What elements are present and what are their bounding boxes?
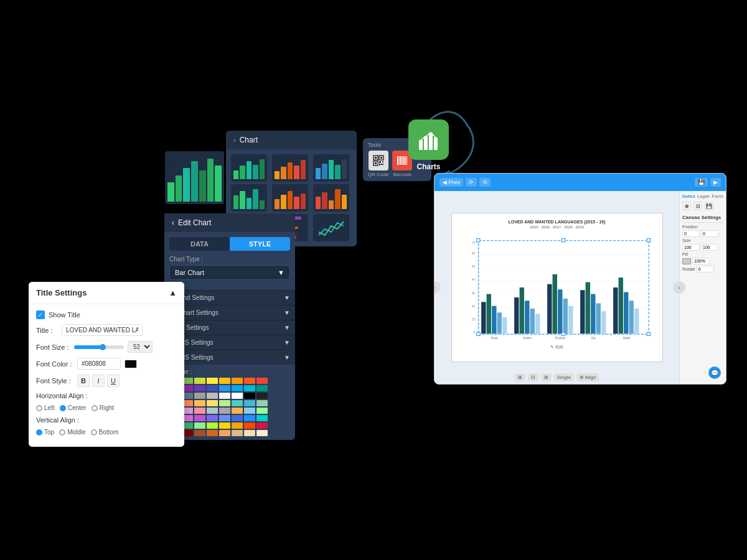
theme-swatch[interactable]: [207, 422, 218, 429]
chart-canvas[interactable]: LOVED AND WANTED LANGUAGES (2015 - 19) 2…: [451, 213, 663, 362]
chart-thumb-2[interactable]: [272, 154, 308, 182]
font-color-input[interactable]: [77, 358, 121, 370]
theme-swatch[interactable]: [207, 378, 218, 384]
tab-index[interactable]: Index: [682, 194, 695, 199]
chart-thumb-1[interactable]: [231, 154, 267, 182]
redo-btn[interactable]: ⟲: [479, 178, 491, 187]
edit-chart-back[interactable]: ‹: [172, 218, 174, 227]
chart-thumb-9[interactable]: [313, 214, 349, 241]
theme-swatch[interactable]: [244, 385, 255, 391]
theme-swatch[interactable]: [207, 408, 218, 414]
theme-swatch[interactable]: [219, 385, 230, 391]
charts-icon-box[interactable]: [408, 119, 449, 160]
fill-opacity[interactable]: [692, 258, 710, 264]
theme-swatch[interactable]: [256, 408, 268, 414]
save-btn[interactable]: 💾: [695, 178, 708, 187]
theme-swatch[interactable]: [219, 400, 230, 406]
theme-swatch[interactable]: [207, 385, 218, 391]
theme-swatch[interactable]: [194, 400, 205, 406]
valign-top-radio[interactable]: [36, 429, 42, 436]
theme-swatch[interactable]: [244, 400, 255, 406]
fit-btn[interactable]: ⊞: [541, 373, 552, 381]
align-right-radio[interactable]: [92, 405, 98, 411]
theme-swatch[interactable]: [207, 430, 218, 436]
chart-thumb-6[interactable]: [313, 184, 349, 212]
font-color-swatch[interactable]: [125, 360, 137, 368]
bold-button[interactable]: B: [77, 375, 90, 387]
theme-swatch[interactable]: [256, 400, 268, 406]
rotate-input[interactable]: [697, 266, 714, 273]
align-center-radio[interactable]: [60, 405, 66, 411]
preview-btn[interactable]: ▶: [710, 178, 721, 187]
theme-swatch[interactable]: [232, 400, 243, 406]
underline-button[interactable]: U: [107, 375, 120, 387]
theme-swatch[interactable]: [244, 422, 255, 429]
theme-swatch[interactable]: [194, 385, 205, 391]
align-left-option[interactable]: Left: [36, 404, 55, 411]
theme-swatch[interactable]: [232, 422, 243, 429]
theme-swatch[interactable]: [219, 408, 230, 414]
title-input[interactable]: [62, 324, 143, 336]
theme-swatch[interactable]: [232, 393, 243, 399]
theme-swatch[interactable]: [194, 422, 205, 429]
theme-swatch[interactable]: [256, 415, 268, 421]
pos-y[interactable]: [701, 230, 718, 237]
charts-icon-container[interactable]: Charts: [408, 119, 449, 171]
size-w[interactable]: [682, 244, 700, 251]
show-title-checkbox[interactable]: ✓: [36, 310, 45, 319]
chart-thumb-3[interactable]: [313, 154, 349, 182]
qr-tool[interactable]: QR Code: [368, 151, 388, 177]
theme-swatch[interactable]: [207, 393, 218, 399]
theme-swatch[interactable]: [256, 422, 268, 429]
valign-bottom-radio[interactable]: [91, 429, 97, 436]
theme-swatch[interactable]: [219, 415, 230, 421]
crop-btn[interactable]: ⊡: [528, 373, 538, 381]
size-h[interactable]: [701, 244, 718, 251]
theme-swatch[interactable]: [207, 415, 218, 421]
valign-middle-radio[interactable]: [59, 429, 65, 436]
italic-button[interactable]: I: [92, 375, 105, 387]
theme-swatch[interactable]: [256, 385, 268, 391]
theme-swatch[interactable]: [194, 408, 205, 414]
align-left-radio[interactable]: [36, 405, 42, 411]
theme-swatch[interactable]: [244, 430, 255, 436]
font-size-select[interactable]: 53 48 36: [128, 341, 153, 353]
prev-btn[interactable]: ◀ Prev: [439, 178, 463, 187]
nav-right[interactable]: ›: [673, 281, 685, 294]
copy-icon[interactable]: ⊕: [682, 202, 691, 210]
theme-swatch[interactable]: [219, 378, 230, 384]
grid-btn[interactable]: ⊞: [515, 373, 525, 381]
pos-x[interactable]: [682, 230, 700, 237]
theme-swatch[interactable]: [244, 415, 255, 421]
theme-swatch[interactable]: [194, 393, 205, 399]
paste-icon[interactable]: ⊡: [693, 202, 702, 210]
chat-icon[interactable]: 💬: [708, 366, 721, 379]
tab-data[interactable]: DATA: [169, 237, 230, 251]
undo-btn[interactable]: ⟳: [466, 178, 477, 187]
theme-swatch[interactable]: [244, 408, 255, 414]
chart-caption[interactable]: ✎ Edit: [458, 345, 656, 350]
tab-form[interactable]: Form: [712, 194, 723, 199]
tab-layer[interactable]: Layer: [697, 194, 710, 199]
theme-swatch[interactable]: [244, 378, 255, 384]
theme-swatch[interactable]: [244, 393, 255, 399]
theme-swatch[interactable]: [232, 430, 243, 436]
chart-type-select[interactable]: Bar Chart ▼: [169, 265, 290, 280]
valign-bottom-option[interactable]: Bottom: [91, 429, 119, 436]
chart-picker-back[interactable]: ‹: [233, 136, 236, 144]
title-settings-arrow[interactable]: ▲: [169, 288, 177, 297]
theme-swatch[interactable]: [219, 393, 230, 399]
theme-swatch[interactable]: [232, 408, 243, 414]
align-center-option[interactable]: Center: [60, 404, 87, 411]
nav-left[interactable]: ‹: [434, 281, 441, 294]
tab-style[interactable]: STYLE: [230, 237, 290, 251]
valign-top-option[interactable]: Top: [36, 429, 54, 436]
theme-swatch[interactable]: [256, 378, 268, 384]
theme-swatch[interactable]: [194, 378, 205, 384]
fill-swatch[interactable]: [682, 258, 691, 264]
theme-swatch[interactable]: [232, 378, 243, 384]
theme-swatch[interactable]: [207, 400, 218, 406]
align-btn[interactable]: ⊕ Align: [576, 373, 599, 381]
chart-thumb-4[interactable]: [231, 184, 267, 212]
theme-swatch[interactable]: [194, 430, 205, 436]
